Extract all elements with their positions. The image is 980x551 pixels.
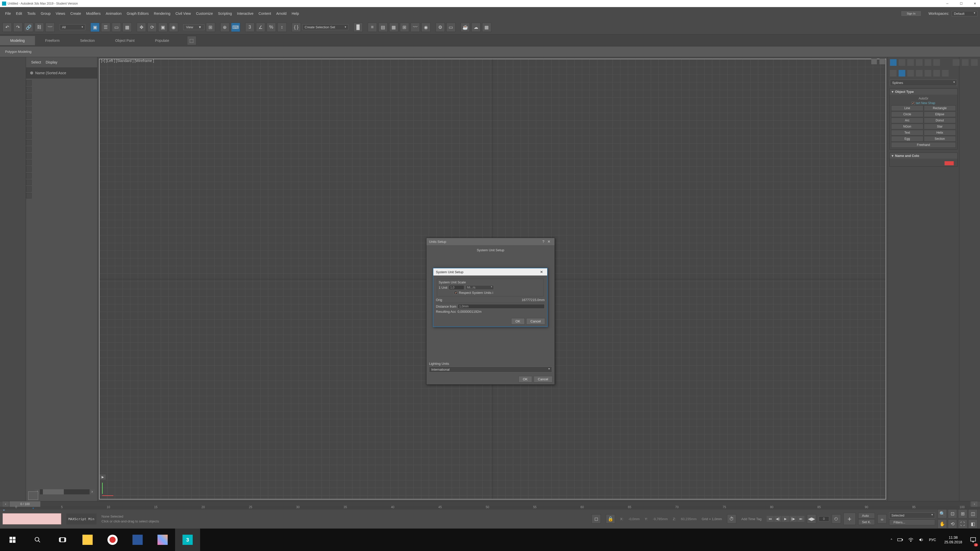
- add-time-tag-button[interactable]: Add Time Tag: [741, 517, 762, 521]
- filter-bone-icon[interactable]: [26, 120, 32, 125]
- render-button[interactable]: ☕: [461, 23, 470, 32]
- shapes-category-icon[interactable]: [899, 70, 905, 76]
- system-unit-cancel-button[interactable]: Cancel: [526, 318, 545, 324]
- star-button[interactable]: Star: [924, 124, 956, 129]
- goto-start-button[interactable]: ⏮: [767, 516, 774, 522]
- set-key-button[interactable]: Set K.: [858, 519, 875, 525]
- time-slider-handle[interactable]: 0 / 100: [10, 501, 40, 507]
- filters-button[interactable]: Filters...: [889, 519, 935, 525]
- unlink-button[interactable]: ⛓: [35, 23, 44, 32]
- object-type-rollout[interactable]: ▾Object Type: [890, 89, 957, 95]
- nav-pan-icon[interactable]: ✋: [938, 519, 947, 529]
- egg-button[interactable]: Egg: [891, 136, 923, 141]
- layer-explorer-button[interactable]: ▤: [379, 23, 388, 32]
- rect-region-button[interactable]: ▭: [112, 23, 121, 32]
- mirror-button[interactable]: ▐▌: [353, 23, 363, 32]
- filter-spacewarp-icon[interactable]: [26, 113, 32, 119]
- polygon-modeling-label[interactable]: Polygon Modeling: [5, 50, 32, 54]
- nav-zoom-all-icon[interactable]: ⊡: [948, 509, 957, 518]
- x-value[interactable]: -0,0mm: [628, 517, 640, 521]
- nav-orbit-icon[interactable]: ⟲: [948, 519, 957, 529]
- freehand-button[interactable]: Freehand: [891, 142, 956, 148]
- filter-misc1-icon[interactable]: [26, 160, 32, 165]
- key-filter-dropdown[interactable]: Selected: [889, 513, 935, 518]
- viewport-maximize-icon[interactable]: [880, 59, 885, 64]
- search-button[interactable]: [25, 529, 50, 551]
- menu-arnold[interactable]: Arnold: [274, 11, 289, 17]
- motion-tab-icon[interactable]: [916, 59, 923, 66]
- filter-misc5-icon[interactable]: [26, 186, 32, 192]
- nav-misc1-icon[interactable]: [971, 59, 978, 66]
- file-explorer-taskbar[interactable]: [75, 529, 100, 551]
- select-by-name-button[interactable]: ☰: [101, 23, 110, 32]
- minimize-button[interactable]: ─: [944, 1, 950, 6]
- bind-button[interactable]: 〰: [45, 23, 55, 32]
- material-editor-button[interactable]: ◉: [422, 23, 431, 32]
- viewport-play-icon[interactable]: ▶: [100, 475, 106, 480]
- signin-button[interactable]: Sign In: [901, 11, 921, 16]
- filter-container-icon[interactable]: [26, 127, 32, 132]
- prev-frame-button[interactable]: ◀∥: [774, 516, 781, 522]
- create-tab-icon[interactable]: [890, 59, 897, 66]
- viewport-shade-icon[interactable]: [871, 59, 877, 64]
- render-gallery-button[interactable]: ▦: [482, 23, 491, 32]
- menu-edit[interactable]: Edit: [14, 11, 25, 17]
- render-setup-button[interactable]: ⚙: [436, 23, 445, 32]
- hscroll-thumb[interactable]: [43, 489, 64, 494]
- lighting-units-dropdown[interactable]: International: [429, 367, 552, 372]
- systems-category-icon[interactable]: [942, 70, 948, 76]
- rectangle-button[interactable]: Rectangle: [924, 105, 956, 111]
- schematic-view-button[interactable]: 〰: [410, 23, 420, 32]
- filter-misc6-icon[interactable]: [26, 193, 32, 198]
- menu-scripting[interactable]: Scripting: [215, 11, 234, 17]
- time-slider-prev[interactable]: ‹: [3, 501, 9, 507]
- viewport-label[interactable]: [+] [Left ] [Standard ] [Wireframe ]: [101, 59, 154, 63]
- filter-frozen-icon[interactable]: [26, 133, 32, 139]
- curve-editor-button[interactable]: ⊞: [400, 23, 409, 32]
- word-taskbar[interactable]: [125, 529, 150, 551]
- menu-customize[interactable]: Customize: [193, 11, 215, 17]
- maxscript-listener[interactable]: MAXScript Min: [66, 513, 97, 524]
- ribbon-tab-populate[interactable]: Populate: [145, 36, 179, 45]
- select-object-button[interactable]: ▣: [90, 23, 100, 32]
- ribbon-tab-selection[interactable]: Selection: [70, 36, 105, 45]
- current-frame-spinner[interactable]: 0: [819, 516, 829, 521]
- menu-file[interactable]: File: [3, 11, 14, 17]
- window-crossing-button[interactable]: ▦: [123, 23, 132, 32]
- time-slider-track[interactable]: 0 / 100: [10, 501, 970, 507]
- units-ok-button[interactable]: OK: [519, 376, 532, 383]
- align-button[interactable]: ≡: [368, 23, 377, 32]
- keyboard-shortcut-button[interactable]: ⌨: [231, 23, 240, 32]
- menu-help[interactable]: Help: [289, 11, 302, 17]
- action-center-button[interactable]: 3: [966, 529, 980, 551]
- task-view-button[interactable]: [50, 529, 75, 551]
- start-button[interactable]: [0, 529, 25, 551]
- time-ruler[interactable]: ⏷ 05101520253035404550556065707580859095…: [0, 507, 980, 509]
- display-tab-icon[interactable]: [924, 59, 931, 66]
- units-cancel-button[interactable]: Cancel: [534, 376, 552, 383]
- time-config-icon[interactable]: ⏲: [832, 514, 841, 524]
- yandex-browser-taskbar[interactable]: [100, 529, 125, 551]
- maximize-button[interactable]: ☐: [958, 1, 964, 6]
- units-dialog-close[interactable]: ✕: [546, 240, 552, 244]
- modify-tab-icon[interactable]: [899, 59, 905, 66]
- nav-fov-icon[interactable]: ◫: [968, 509, 977, 518]
- paint-taskbar[interactable]: [150, 529, 175, 551]
- section-button[interactable]: Section: [924, 136, 956, 141]
- scene-explorer-select[interactable]: Select: [31, 60, 41, 64]
- selection-filter-dropdown[interactable]: All: [60, 24, 85, 30]
- text-button[interactable]: Text: [891, 130, 923, 135]
- cameras-category-icon[interactable]: [916, 70, 923, 76]
- key-filters-icon[interactable]: ⏛: [877, 514, 886, 524]
- render-frame-button[interactable]: ▭: [446, 23, 455, 32]
- play-button[interactable]: ▶: [782, 516, 789, 522]
- system-unit-setup-button[interactable]: System Unit Setup: [429, 247, 552, 254]
- menu-tools[interactable]: Tools: [25, 11, 38, 17]
- nav-zoom-ext-icon[interactable]: ⊞: [958, 509, 967, 518]
- ngon-button[interactable]: NGon: [891, 124, 923, 129]
- helix-button[interactable]: Helix: [924, 130, 956, 135]
- arc-button[interactable]: Arc: [891, 118, 923, 123]
- move-button[interactable]: ✥: [137, 23, 146, 32]
- scale-button[interactable]: ▣: [158, 23, 167, 32]
- respect-units-checkbox[interactable]: ✔Respect System Units i: [454, 291, 542, 295]
